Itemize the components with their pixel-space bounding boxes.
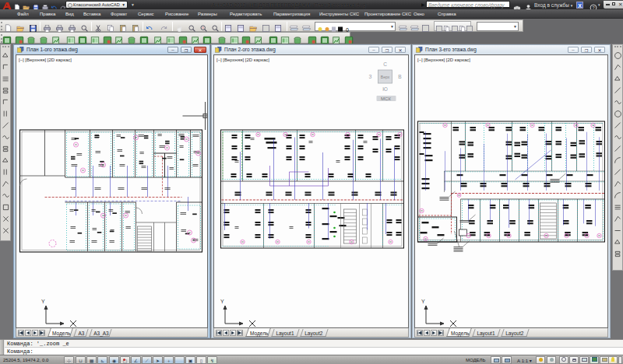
svg-text:В: В [398, 74, 401, 79]
svg-text:Ю: Ю [382, 86, 388, 92]
svg-text:МСК: МСК [381, 96, 391, 101]
svg-text:С: С [383, 61, 387, 67]
svg-text:Y: Y [421, 299, 425, 304]
svg-text:Y: Y [41, 299, 45, 304]
svg-text:0: 0 [346, 26, 349, 32]
svg-text:Y: Y [220, 299, 224, 304]
svg-text:З: З [369, 74, 372, 79]
svg-text:Верх: Верх [381, 75, 390, 79]
